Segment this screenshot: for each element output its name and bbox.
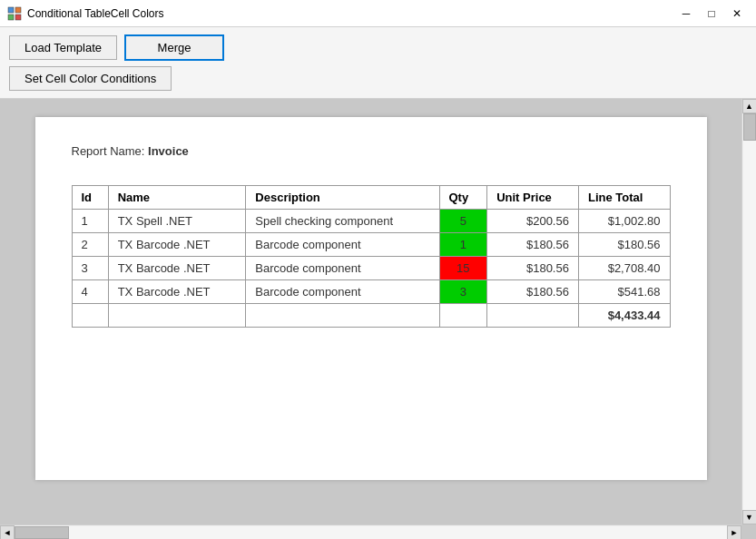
- cell-line-total: $1,002.80: [578, 210, 670, 233]
- title-bar: Conditional TableCell Colors ─ □ ✕: [0, 0, 756, 27]
- restore-button[interactable]: □: [700, 5, 723, 23]
- total-empty-2: [108, 304, 246, 328]
- report-area: Report Name: Invoice Id Name Description…: [0, 99, 741, 524]
- cell-qty: 3: [439, 280, 487, 304]
- cell-description: Barcode component: [246, 280, 439, 304]
- cell-name: TX Barcode .NET: [108, 280, 246, 304]
- scroll-thumb-bottom[interactable]: [15, 526, 69, 539]
- table-row: 3 TX Barcode .NET Barcode component 15 $…: [72, 257, 670, 280]
- set-conditions-button[interactable]: Set Cell Color Conditions: [9, 66, 172, 91]
- report-name: Report Name: Invoice: [72, 144, 671, 158]
- toolbar: Load Template Merge Set Cell Color Condi…: [0, 27, 756, 99]
- svg-rect-0: [8, 7, 14, 13]
- scrollbar-bottom: ◄ ►: [0, 524, 741, 539]
- cell-name: TX Spell .NET: [108, 210, 246, 233]
- cell-line-total: $180.56: [578, 233, 670, 257]
- minimize-button[interactable]: ─: [674, 5, 698, 23]
- main-area: Report Name: Invoice Id Name Description…: [0, 99, 756, 539]
- app-icon: [7, 6, 22, 21]
- col-header-id: Id: [72, 186, 108, 210]
- total-row: $4,433.44: [72, 304, 670, 328]
- table-row: 2 TX Barcode .NET Barcode component 1 $1…: [72, 233, 670, 257]
- scroll-track-right: [743, 113, 756, 510]
- toolbar-row-2: Set Cell Color Conditions: [9, 66, 747, 91]
- cell-qty: 1: [439, 233, 487, 257]
- cell-name: TX Barcode .NET: [108, 233, 246, 257]
- scroll-down-button[interactable]: ▼: [742, 510, 757, 524]
- cell-id: 1: [72, 210, 108, 233]
- cell-id: 4: [72, 280, 108, 304]
- cell-unit-price: $180.56: [487, 257, 579, 280]
- close-button[interactable]: ✕: [725, 5, 749, 23]
- cell-description: Barcode component: [246, 257, 439, 280]
- col-header-line-total: Line Total: [578, 186, 670, 210]
- scroll-up-button[interactable]: ▲: [742, 99, 757, 113]
- total-empty-3: [246, 304, 439, 328]
- merge-button[interactable]: Merge: [124, 34, 224, 61]
- scroll-right-button[interactable]: ►: [727, 525, 741, 540]
- scroll-track-bottom: [15, 526, 727, 539]
- cell-description: Spell checking component: [246, 210, 439, 233]
- cell-description: Barcode component: [246, 233, 439, 257]
- scrollbar-right: ▲ ▼: [741, 99, 756, 524]
- cell-unit-price: $180.56: [487, 233, 579, 257]
- table-row: 4 TX Barcode .NET Barcode component 3 $1…: [72, 280, 670, 304]
- svg-rect-3: [15, 15, 21, 20]
- report-name-label: Report Name:: [72, 144, 145, 158]
- total-empty-5: [487, 304, 579, 328]
- window-title: Conditional TableCell Colors: [27, 7, 674, 20]
- table-header-row: Id Name Description Qty Unit Price Line …: [72, 186, 670, 210]
- col-header-name: Name: [108, 186, 246, 210]
- cell-id: 2: [72, 233, 108, 257]
- total-empty-4: [439, 304, 487, 328]
- cell-unit-price: $200.56: [487, 210, 579, 233]
- report-name-value: Invoice: [148, 144, 189, 158]
- cell-qty: 15: [439, 257, 487, 280]
- scroll-thumb-right[interactable]: [743, 113, 756, 141]
- cell-name: TX Barcode .NET: [108, 257, 246, 280]
- svg-rect-2: [8, 15, 14, 20]
- total-empty-1: [72, 304, 108, 328]
- scroll-left-button[interactable]: ◄: [0, 525, 15, 540]
- toolbar-row-1: Load Template Merge: [9, 34, 747, 61]
- col-header-qty: Qty: [439, 186, 487, 210]
- cell-qty: 5: [439, 210, 487, 233]
- cell-id: 3: [72, 257, 108, 280]
- cell-line-total: $541.68: [578, 280, 670, 304]
- svg-rect-1: [15, 7, 21, 13]
- col-header-description: Description: [246, 186, 439, 210]
- total-value: $4,433.44: [578, 304, 670, 328]
- cell-unit-price: $180.56: [487, 280, 579, 304]
- table-row: 1 TX Spell .NET Spell checking component…: [72, 210, 670, 233]
- col-header-unit-price: Unit Price: [487, 186, 579, 210]
- load-template-button[interactable]: Load Template: [9, 35, 117, 60]
- window-controls: ─ □ ✕: [674, 5, 749, 23]
- invoice-table: Id Name Description Qty Unit Price Line …: [72, 185, 671, 328]
- report-page: Report Name: Invoice Id Name Description…: [35, 117, 707, 480]
- cell-line-total: $2,708.40: [578, 257, 670, 280]
